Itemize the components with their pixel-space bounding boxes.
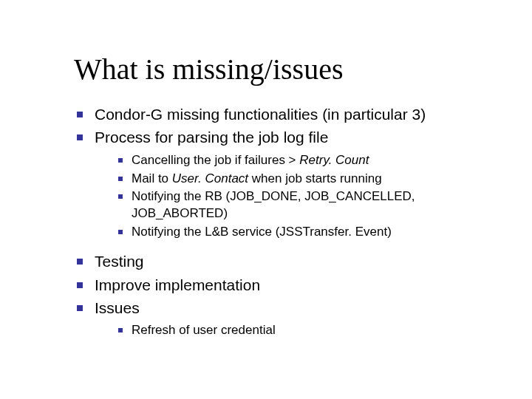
bullet-text: Cancelling the job if failures > bbox=[132, 153, 299, 167]
bullet-sub-item: Cancelling the job if failures > Retry. … bbox=[115, 152, 502, 169]
bullet-sub-item: Notifying the RB (JOB_DONE, JOB_CANCELLE… bbox=[115, 188, 502, 222]
bullet-list-level1: Condor-G missing functionalities (in par… bbox=[74, 104, 502, 339]
bullet-text: Improve implementation bbox=[95, 276, 260, 293]
bullet-text: Process for parsing the job log file bbox=[95, 129, 328, 146]
italic-text: Retry. Count bbox=[299, 153, 369, 167]
bullet-list-level2: Refresh of user credential bbox=[95, 322, 502, 339]
bullet-sub-item: Mail to User. Contact when job starts ru… bbox=[115, 171, 502, 188]
italic-text: User. Contact bbox=[172, 171, 248, 185]
bullet-item: Testing bbox=[74, 251, 502, 271]
bullet-text: when job starts running bbox=[248, 171, 382, 185]
slide-title: What is missing/issues bbox=[74, 52, 502, 86]
slide: What is missing/issues Condor-G missing … bbox=[0, 0, 532, 399]
bullet-text: Notifying the L&B service (JSSTransfer. … bbox=[132, 225, 392, 239]
bullet-item: Improve implementation bbox=[74, 275, 502, 295]
bullet-text: Issues bbox=[95, 299, 140, 316]
bullet-sub-item: Refresh of user credential bbox=[115, 322, 502, 339]
bullet-text: Notifying the RB (JOB_DONE, JOB_CANCELLE… bbox=[132, 189, 415, 220]
bullet-list-level2: Cancelling the job if failures > Retry. … bbox=[95, 152, 502, 242]
bullet-sub-item: Notifying the L&B service (JSSTransfer. … bbox=[115, 224, 502, 241]
bullet-text: Mail to bbox=[132, 171, 172, 185]
bullet-item: Issues Refresh of user credential bbox=[74, 298, 502, 339]
bullet-text: Refresh of user credential bbox=[132, 323, 276, 337]
bullet-text: Testing bbox=[95, 253, 144, 270]
bullet-text: Condor-G missing functionalities (in par… bbox=[95, 106, 426, 123]
bullet-item: Condor-G missing functionalities (in par… bbox=[74, 104, 502, 124]
bullet-item: Process for parsing the job log file Can… bbox=[74, 127, 502, 241]
